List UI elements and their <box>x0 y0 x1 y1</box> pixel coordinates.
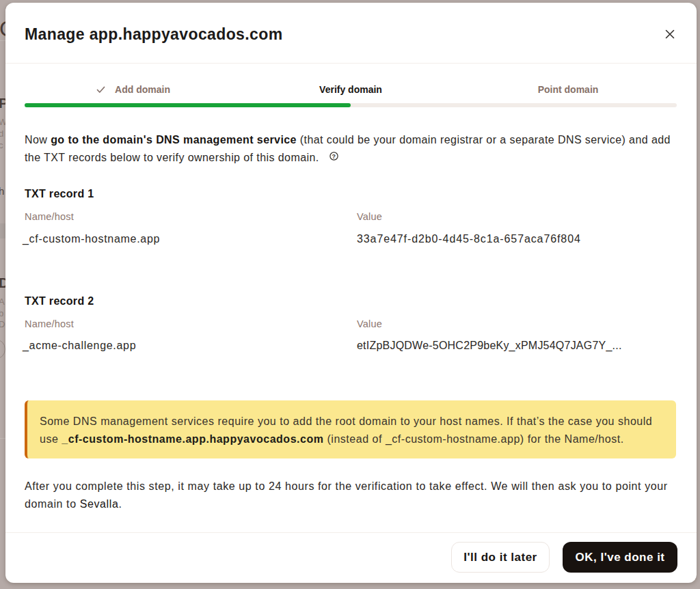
svg-text:?: ? <box>332 152 336 159</box>
